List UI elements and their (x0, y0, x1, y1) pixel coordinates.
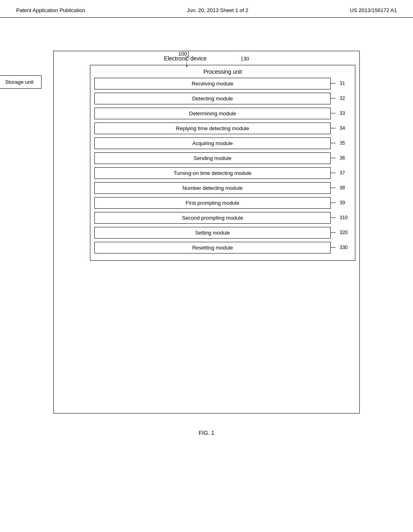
module-row: Turning-on time detecting module37 (94, 167, 351, 179)
module-ref-label: 35 (340, 140, 345, 146)
module-box: Detecting module (94, 93, 331, 104)
modules-container: Receiving module31Detecting module32Dete… (94, 77, 351, 256)
module-box: Determining module (94, 108, 331, 119)
module-ref-label: 31 (340, 81, 345, 86)
module-row: Determining module33 (94, 107, 351, 119)
module-row: Detecting module32 (94, 92, 351, 104)
processing-unit-label: Processing unit (94, 69, 351, 75)
module-box: Number detecting module (94, 182, 331, 194)
module-ref-wrapper: 320 (331, 227, 351, 239)
module-ref-wrapper: 39 (331, 197, 351, 209)
module-ref-wrapper: 34 (331, 122, 351, 134)
main-content: 100 ⌊20 Storage unit Electronic device (0, 18, 413, 452)
header-left: Patent Application Publication (16, 7, 85, 13)
module-ref-wrapper: 37 (331, 167, 351, 179)
outer-box-label: Electronic device ⌊30 (58, 55, 355, 62)
module-box: Resetting module (94, 242, 331, 254)
module-ref-wrapper: 38 (331, 182, 351, 194)
diagram-area: 100 ⌊20 Storage unit Electronic device (53, 51, 360, 414)
module-row: Replying time detecting module34 (94, 122, 351, 134)
module-row: Resetting module330 (94, 241, 351, 254)
module-row: Sending module36 (94, 152, 351, 164)
storage-unit-box: Storage unit (0, 75, 42, 89)
module-ref-label: 330 (340, 245, 348, 250)
module-box: Turning-on time detecting module (94, 167, 331, 179)
module-box: Receiving module (94, 78, 331, 89)
module-row: First prompting module39 (94, 197, 351, 209)
module-ref-wrapper: 31 (331, 77, 351, 89)
module-ref-wrapper: 36 (331, 152, 351, 164)
module-box: First prompting module (94, 197, 331, 209)
module-row: Receiving module31 (94, 77, 351, 89)
module-row: Number detecting module38 (94, 182, 351, 194)
storage-unit-label: Storage unit (5, 79, 33, 85)
module-ref-label: 39 (340, 200, 345, 206)
module-box: Second prompting module (94, 212, 331, 224)
module-box: Setting module (94, 227, 331, 239)
module-ref-label: 37 (340, 170, 345, 176)
module-ref-label: 33 (340, 110, 345, 116)
module-ref-label: 38 (340, 185, 345, 191)
module-ref-label: 310 (340, 215, 348, 220)
header-right: US 2013/156172 A1 (350, 7, 397, 13)
module-ref-wrapper: 33 (331, 107, 351, 119)
module-box: Acquiring module (94, 137, 331, 149)
module-ref-wrapper: 32 (331, 92, 351, 104)
module-ref-label: 320 (340, 230, 348, 235)
module-ref-label: 32 (340, 96, 345, 101)
module-ref-label: 36 (340, 155, 345, 161)
outer-box: ⌊20 Storage unit Electronic device ⌊30 P… (53, 51, 360, 414)
module-row: Second prompting module310 (94, 212, 351, 224)
figure-caption: FIG. 1 (24, 430, 389, 436)
module-row: Acquiring module35 (94, 137, 351, 149)
module-ref-wrapper: 330 (331, 241, 351, 254)
module-ref-wrapper: 310 (331, 212, 351, 224)
module-row: Setting module320 (94, 227, 351, 239)
module-ref-label: 34 (340, 125, 345, 131)
processing-unit-box: Processing unit Receiving module31Detect… (90, 65, 355, 261)
header-middle: Jun. 20, 2013 Sheet 1 of 2 (187, 7, 248, 13)
module-box: Sending module (94, 152, 331, 164)
module-box: Replying time detecting module (94, 123, 331, 134)
module-ref-wrapper: 35 (331, 137, 351, 149)
page-header: Patent Application Publication Jun. 20, … (0, 0, 413, 18)
